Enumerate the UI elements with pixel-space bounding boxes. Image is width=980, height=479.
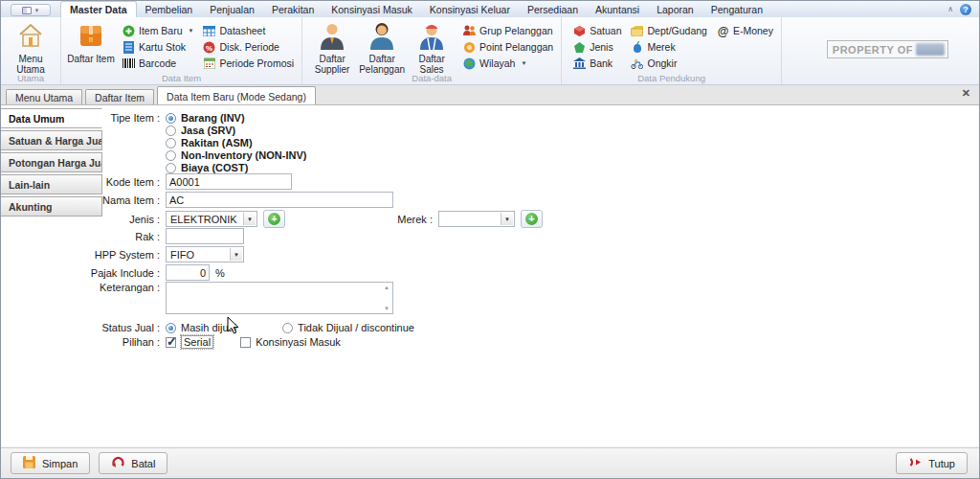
simpan-button[interactable]: Simpan: [11, 452, 90, 474]
keterangan-textarea[interactable]: ▲▼: [166, 282, 393, 314]
barcode-button[interactable]: Barcode: [120, 57, 196, 70]
menu-tab-konsinyasi-masuk[interactable]: Konsinyasi Masuk: [323, 2, 421, 17]
radio-non-inventory[interactable]: Non-Inventory (NON-INV): [166, 149, 306, 161]
percent-icon: %: [203, 41, 215, 54]
radio-jasa-srv[interactable]: Jasa (SRV): [166, 125, 306, 136]
grup-pelanggan-label: Grup Pelanggan: [479, 25, 552, 36]
bank-label: Bank: [590, 57, 612, 69]
menu-tab-persediaan[interactable]: Persediaan: [519, 2, 587, 17]
dept-gudang-button[interactable]: Dept/Gudang: [628, 24, 709, 37]
radio-label: Rakitan (ASM): [181, 137, 253, 148]
menu-tab-pembelian[interactable]: Pembelian: [137, 2, 202, 17]
menu-tab-akuntansi[interactable]: Akuntansi: [587, 2, 648, 17]
hpp-system-label: HPP System :: [1, 249, 166, 261]
menu-tab-perakitan[interactable]: Perakitan: [263, 2, 323, 17]
kartu-stok-label: Kartu Stok: [139, 41, 186, 53]
kartu-stok-button[interactable]: Kartu Stok: [120, 40, 196, 54]
menu-tab-konsinyasi-keluar[interactable]: Konsinyasi Keluar: [421, 2, 519, 17]
person-sales-icon: [417, 21, 446, 54]
radio-barang-inv[interactable]: Barang (INV): [166, 112, 306, 124]
merek-label: Merek: [647, 41, 675, 53]
radio-label: Biaya (COST): [181, 162, 248, 173]
merek-dropdown[interactable]: ▼: [438, 211, 515, 227]
chevron-down-icon: ▼: [34, 8, 40, 13]
radio-icon[interactable]: [282, 323, 293, 333]
periode-promosi-button[interactable]: Periode Promosi: [200, 57, 297, 70]
daftar-pelanggan-button[interactable]: Daftar Pelanggan: [357, 19, 407, 75]
scroll-down-icon[interactable]: ▼: [384, 306, 390, 311]
item-baru-label: Item Baru: [139, 25, 183, 36]
warehouse-icon: [631, 25, 643, 37]
daftar-supplier-button[interactable]: Daftar Supplier: [307, 19, 357, 75]
plus-icon: +: [268, 213, 280, 225]
kode-item-input[interactable]: [166, 173, 292, 190]
pilihan-label: Pilihan :: [1, 336, 166, 348]
radio-tidak-dijual[interactable]: Tidak Dijual / discontinue: [282, 322, 414, 333]
menu-utama-button[interactable]: Menu Utama: [6, 19, 56, 75]
help-icon[interactable]: ?: [960, 4, 971, 15]
tutup-button[interactable]: Tutup: [896, 452, 968, 474]
grup-pelanggan-button[interactable]: Grup Pelanggan: [460, 24, 556, 37]
nama-item-input[interactable]: [166, 192, 393, 208]
collapse-ribbon-icon[interactable]: ∧: [947, 6, 953, 13]
radio-icon[interactable]: [166, 113, 176, 124]
menu-tab-pengaturan[interactable]: Pengaturan: [702, 2, 771, 17]
jenis-dropdown[interactable]: ELEKTRONIK ▼: [166, 211, 257, 227]
scroll-up-icon[interactable]: ▲: [384, 285, 390, 290]
checkbox-label: Serial: [181, 335, 213, 349]
rak-input[interactable]: [166, 228, 244, 244]
daftar-item-label: Daftar Item: [67, 54, 114, 64]
radio-icon[interactable]: [166, 138, 176, 148]
chevron-down-icon[interactable]: ▼: [230, 248, 242, 261]
item-baru-button[interactable]: Item Baru ▼: [120, 24, 196, 37]
radio-icon[interactable]: [166, 163, 176, 173]
disk-periode-button[interactable]: % Disk. Periode: [200, 40, 297, 54]
app-menu-button[interactable]: ▼: [11, 4, 51, 16]
checkbox-serial[interactable]: Serial: [166, 336, 213, 348]
radio-icon[interactable]: [166, 150, 176, 161]
menu-tab-master-data[interactable]: Master Data: [60, 1, 137, 17]
person-customer-icon: [368, 21, 396, 54]
barcode-label: Barcode: [139, 57, 176, 69]
nama-item-label: Nama Item :: [1, 194, 166, 206]
merek-button[interactable]: Merek: [628, 40, 709, 54]
jenis-button[interactable]: Jenis: [570, 40, 624, 54]
radio-masih-dijual[interactable]: Masih dijual: [166, 322, 236, 333]
satuan-button[interactable]: Satuan: [570, 24, 624, 37]
pajak-include-input[interactable]: [166, 264, 210, 281]
checkbox-icon[interactable]: [240, 337, 251, 348]
radio-label: Barang (INV): [181, 112, 245, 124]
chevron-down-icon[interactable]: ▼: [501, 213, 513, 225]
checkbox-konsinyasi-masuk[interactable]: Konsinyasi Masuk: [240, 336, 341, 348]
checkbox-icon[interactable]: [166, 337, 176, 348]
add-merek-button[interactable]: +: [521, 210, 543, 228]
daftar-item-button[interactable]: !! Daftar Item: [66, 19, 116, 64]
wilayah-button[interactable]: Wilayah ▼: [460, 57, 556, 70]
radio-biaya-cost[interactable]: Biaya (COST): [166, 162, 306, 173]
doc-tab-daftar-item[interactable]: Daftar Item: [85, 89, 154, 104]
radio-icon[interactable]: [166, 125, 176, 136]
datasheet-button[interactable]: Datasheet: [200, 24, 297, 37]
chevron-down-icon: ▼: [521, 60, 526, 66]
menu-tab-penjualan[interactable]: Penjualan: [201, 2, 263, 17]
scrollbar[interactable]: ▲▼: [382, 284, 391, 312]
hpp-system-dropdown[interactable]: FIFO ▼: [166, 246, 244, 262]
close-icon[interactable]: ✕: [962, 88, 970, 99]
plus-icon: [122, 25, 135, 37]
ongkir-button[interactable]: Ongkir: [628, 57, 709, 70]
jenis-label: Jenis :: [1, 214, 166, 225]
emoney-button[interactable]: @ E-Money: [714, 24, 776, 37]
point-pelanggan-button[interactable]: Point Pelanggan: [460, 40, 556, 54]
doc-tab-data-item-baru[interactable]: Data Item Baru (Mode Sedang): [157, 86, 316, 104]
batal-button[interactable]: Batal: [99, 452, 167, 474]
menu-tab-laporan[interactable]: Laporan: [648, 2, 702, 17]
radio-rakitan-asm[interactable]: Rakitan (ASM): [166, 137, 306, 148]
kode-item-label: Kode Item :: [1, 176, 166, 188]
jenis-label: Jenis: [590, 41, 613, 53]
radio-icon[interactable]: [166, 323, 176, 333]
add-jenis-button[interactable]: +: [263, 210, 285, 228]
doc-tab-menu-utama[interactable]: Menu Utama: [6, 89, 82, 104]
bank-button[interactable]: Bank: [570, 57, 624, 70]
chevron-down-icon[interactable]: ▼: [243, 213, 256, 225]
daftar-sales-button[interactable]: Daftar Sales: [407, 19, 457, 75]
